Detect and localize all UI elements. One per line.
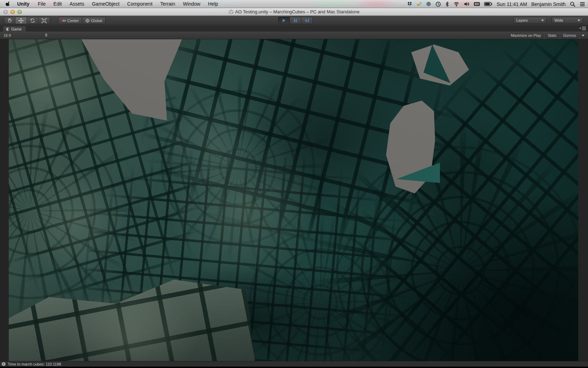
layout-dropdown[interactable]: Wide: [552, 17, 583, 24]
center-pivot-icon: [62, 19, 66, 22]
play-button[interactable]: [278, 17, 290, 24]
status-bar[interactable]: ! Time to march cubes: 110.1188: [0, 361, 588, 367]
menu-unity[interactable]: Unity: [13, 0, 34, 8]
menu-terrain[interactable]: Terrain: [156, 0, 179, 8]
playback-controls: [278, 17, 313, 24]
zoom-button[interactable]: [18, 10, 22, 14]
move-icon: [18, 18, 24, 23]
aspect-stepper-icon[interactable]: [45, 33, 48, 37]
menu-window[interactable]: Window: [179, 0, 204, 8]
battery-icon[interactable]: [484, 2, 492, 6]
toolbar-dropdowns: Layers Wide: [513, 17, 583, 24]
panel-menu-button[interactable]: [579, 27, 586, 30]
aspect-ratio-dropdown[interactable]: 16:9: [4, 32, 11, 39]
game-viewport-frame: [0, 39, 588, 361]
pause-button[interactable]: [290, 17, 301, 24]
play-icon: [282, 18, 286, 23]
pivot-toggle-button[interactable]: Center: [58, 17, 82, 24]
render-vignette: [9, 39, 578, 361]
unity-logo-icon: [229, 9, 233, 14]
maximize-on-play-toggle[interactable]: Maximize on Play: [507, 32, 544, 39]
checkmark-icon[interactable]: [416, 1, 422, 7]
minimize-button[interactable]: [10, 10, 15, 14]
space-toggle-button[interactable]: Global: [82, 17, 106, 24]
step-icon: [305, 19, 309, 23]
game-view-options: Maximize on Play Stats Gizmos: [507, 32, 587, 39]
menu-edit[interactable]: Edit: [50, 0, 66, 8]
chevron-down-icon: [582, 35, 584, 36]
menu-component[interactable]: Component: [123, 0, 156, 8]
globe-icon: [85, 19, 90, 23]
aspect-ratio-label: 16:9: [4, 33, 11, 38]
apple-icon: [6, 1, 10, 7]
game-view-icon: [6, 27, 9, 31]
window-title-bar[interactable]: AO Testing.unity – MarchingCubes – PC an…: [0, 8, 588, 16]
notification-list-icon[interactable]: [580, 2, 585, 7]
volume-icon[interactable]: [464, 1, 470, 7]
stats-toggle[interactable]: Stats: [545, 32, 560, 39]
menu-bar-user[interactable]: Benjamin Smith: [531, 1, 566, 7]
menu-assets[interactable]: Assets: [66, 0, 88, 8]
step-button[interactable]: [301, 17, 313, 24]
hand-icon: [7, 18, 12, 23]
status-message[interactable]: Time to march cubes: 110.1188: [8, 362, 61, 366]
menu-file[interactable]: File: [34, 0, 50, 8]
rotate-icon: [30, 18, 35, 23]
menu-gameobject[interactable]: GameObject: [88, 0, 124, 8]
scale-icon: [41, 18, 47, 23]
tab-game[interactable]: Game: [3, 26, 26, 32]
scale-tool-button[interactable]: [38, 17, 50, 24]
chevron-down-icon: [578, 20, 580, 21]
face-status-icon[interactable]: [426, 1, 431, 7]
hamburger-icon: [582, 27, 586, 30]
pause-icon: [293, 19, 298, 23]
desktop: Unity File Edit Assets GameObject Compon…: [0, 0, 588, 368]
hand-tool-button[interactable]: [4, 17, 15, 24]
wifi-icon[interactable]: [453, 1, 460, 7]
dropbox-icon[interactable]: [407, 1, 412, 7]
apple-menu[interactable]: [5, 1, 13, 7]
bottom-black-strip: [0, 367, 588, 368]
transform-tools: [4, 17, 50, 24]
bluetooth-icon[interactable]: [445, 1, 449, 7]
window-title: AO Testing.unity – MarchingCubes – PC an…: [235, 9, 359, 14]
pivot-label: Center: [67, 19, 79, 23]
menu-bar-left: Unity File Edit Assets GameObject Compon…: [0, 0, 222, 8]
time-machine-icon[interactable]: [435, 1, 441, 7]
game-render[interactable]: [9, 39, 578, 361]
log-info-icon: !: [2, 362, 6, 366]
dv-status-icon[interactable]: DV: [474, 2, 480, 6]
rotate-tool-button[interactable]: [27, 17, 38, 24]
chevron-down-icon: [579, 28, 581, 29]
macos-menu-bar: Unity File Edit Assets GameObject Compon…: [0, 0, 588, 8]
pivot-space-toggles: Center Global: [58, 17, 106, 24]
layers-label: Layers: [516, 18, 528, 22]
menu-bar-clock[interactable]: Sun 11:41 AM: [497, 1, 527, 7]
chevron-down-icon: [541, 20, 544, 21]
unity-toolbar: Center Global: [0, 16, 588, 25]
layers-dropdown[interactable]: Layers: [513, 17, 547, 24]
traffic-lights: [4, 10, 22, 14]
menu-bar-status-items: DV Sun 11:41 AM Benjamin Smith: [407, 0, 585, 8]
tab-game-label: Game: [11, 27, 22, 31]
gizmos-toggle[interactable]: Gizmos: [560, 32, 579, 39]
gizmos-dropdown-button[interactable]: [580, 32, 587, 39]
game-tab-bar: Game: [0, 25, 588, 32]
space-label: Global: [91, 19, 102, 23]
spotlight-search-icon[interactable]: [570, 1, 575, 7]
window-title-group: AO Testing.unity – MarchingCubes – PC an…: [229, 9, 359, 14]
menu-help[interactable]: Help: [204, 0, 222, 8]
move-tool-button[interactable]: [15, 17, 27, 24]
layout-label: Wide: [554, 18, 563, 22]
close-button[interactable]: [4, 10, 8, 14]
game-control-strip: 16:9 Maximize on Play Stats Gizmos: [0, 32, 588, 39]
